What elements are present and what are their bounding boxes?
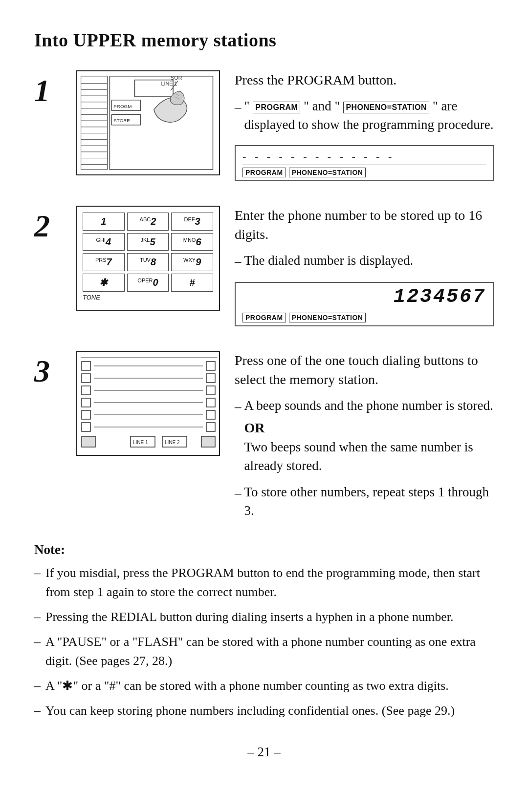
step-1-content: Press the PROGRAM button. – " PROGRAM " … <box>235 70 494 181</box>
svg-text:LINE 2: LINE 2 <box>165 440 180 445</box>
svg-rect-45 <box>82 436 95 447</box>
step-1-number: 1 <box>34 75 61 107</box>
step-1-image: LINE 1 PROGM STORE SOR <box>76 70 220 175</box>
svg-rect-41 <box>206 410 215 419</box>
svg-rect-50 <box>201 436 215 447</box>
key-1: 1 <box>83 213 125 231</box>
svg-rect-44 <box>206 423 215 431</box>
steps-container: 1 <box>34 70 494 520</box>
step-2-row: 2 1 ABC2 DEF3 GHI4 JKL5 MNO6 PRS7 TUV8 W… <box>34 206 494 326</box>
svg-rect-29 <box>206 362 215 370</box>
svg-text:SOR: SOR <box>171 75 182 81</box>
step-1-row: 1 <box>34 70 494 181</box>
key-8: TUV8 <box>127 253 169 271</box>
step-2-image: 1 ABC2 DEF3 GHI4 JKL5 MNO6 PRS7 TUV8 WXY… <box>76 206 220 311</box>
note-item-5: – You can keep storing phone numbers inc… <box>34 701 494 720</box>
note-item-1: – If you misdial, press the PROGRAM butt… <box>34 563 494 601</box>
note-item-4: – A "✱" or a "#" can be stored with a ph… <box>34 676 494 695</box>
lcd-display-1: - - - - - - - - - - - - - PROGRAM PHONEN… <box>235 145 494 181</box>
svg-rect-27 <box>82 362 90 370</box>
lcd-display-2: 1234567 PROGRAM PHONENO=STATION <box>235 282 494 326</box>
svg-rect-30 <box>82 374 90 383</box>
lcd-labels-2: PROGRAM PHONENO=STATION <box>242 313 486 322</box>
key-4: GHI4 <box>83 233 125 251</box>
svg-rect-38 <box>206 398 215 407</box>
step-3-number: 3 <box>34 356 61 387</box>
svg-rect-39 <box>82 410 90 419</box>
note-section: Note: – If you misdial, press the PROGRA… <box>34 540 494 721</box>
note-item-2: – Pressing the REDIAL button during dial… <box>34 607 494 626</box>
step-2-number: 2 <box>34 211 61 242</box>
step-3-sub-2: – To store other numbers, repeat steps 1… <box>235 483 494 520</box>
note-item-3: – A "PAUSE" or a "FLASH" can be stored w… <box>34 632 494 670</box>
step-3-content: Press one of the one touch dialing butto… <box>235 351 494 520</box>
keypad-grid: 1 ABC2 DEF3 GHI4 JKL5 MNO6 PRS7 TUV8 WXY… <box>83 213 213 292</box>
step-1-main: Press the PROGRAM button. <box>235 70 494 89</box>
step-2-content: Enter the phone number to be stored up t… <box>235 206 494 326</box>
step-3-sub-1: – A beep sounds and the phone number is … <box>235 397 494 475</box>
svg-text:LINE 1: LINE 1 <box>133 440 148 445</box>
svg-text:STORE: STORE <box>113 118 130 123</box>
key-9: WXY9 <box>171 253 213 271</box>
step-2-main: Enter the phone number to be stored up t… <box>235 206 494 244</box>
step-3-row: 3 <box>34 351 494 520</box>
svg-rect-35 <box>206 386 215 395</box>
key-2: ABC2 <box>127 213 169 231</box>
key-6: MNO6 <box>171 233 213 251</box>
svg-rect-32 <box>206 374 215 383</box>
lcd-labels-1: PROGRAM PHONENO=STATION <box>242 168 486 177</box>
key-5: JKL5 <box>127 233 169 251</box>
key-hash: # <box>171 274 213 292</box>
svg-rect-0 <box>81 76 108 170</box>
svg-text:PROGM: PROGM <box>113 104 132 109</box>
step-1-sub-1: – " PROGRAM " and " PHONENO=STATION " ar… <box>235 97 494 134</box>
page-title: Into UPPER memory stations <box>34 29 494 51</box>
key-star: ✱ <box>83 274 125 292</box>
svg-rect-42 <box>82 423 90 431</box>
lcd-number: 1234567 <box>242 286 486 310</box>
svg-rect-33 <box>82 386 90 395</box>
note-title: Note: <box>34 540 494 560</box>
step-3-image: LINE 1 LINE 2 <box>76 351 220 456</box>
step-2-sub-1: – The dialed number is displayed. <box>235 252 494 271</box>
lcd-dots: - - - - - - - - - - - - - <box>242 150 486 165</box>
key-0: OPER0 <box>127 274 169 292</box>
key-7: PRS7 <box>83 253 125 271</box>
svg-text:LINE 1: LINE 1 <box>161 81 177 86</box>
page-number: – 21 – <box>34 745 494 760</box>
key-3: DEF3 <box>171 213 213 231</box>
svg-rect-36 <box>82 398 90 407</box>
note-list: – If you misdial, press the PROGRAM butt… <box>34 563 494 720</box>
keypad-label: TONE <box>83 294 213 301</box>
step-3-main: Press one of the one touch dialing butto… <box>235 351 494 389</box>
